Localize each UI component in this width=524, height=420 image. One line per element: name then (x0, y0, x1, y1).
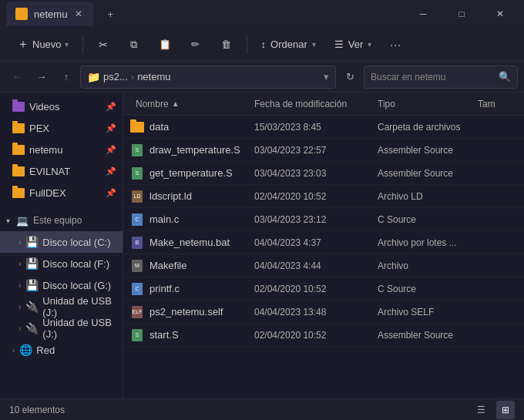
table-row[interactable]: BMake_netemu.bat04/04/2023 4:37Archivo p… (123, 231, 524, 254)
sidebar-item-usb-j2[interactable]: › 🔌 Unidad de USB (J:) (0, 318, 123, 339)
table-row[interactable]: data15/03/2023 8:45Carpeta de archivos (123, 116, 524, 139)
sidebar-item-disco-g[interactable]: › 💾 Disco local (G:) (0, 274, 123, 296)
drive-icon: 💾 (25, 257, 38, 270)
toolbar: ＋ Nuevo ▾ ✂ ⧉ 📋 ✏ 🗑 ↕ Ordenar ▾ ☰ Ver ▾ … (0, 28, 524, 62)
delete-button[interactable]: 🗑 (213, 34, 240, 55)
file-date: 02/04/2020 10:52 (254, 191, 378, 202)
search-icon: 🔍 (499, 71, 511, 82)
asm-file-icon: S (132, 144, 143, 156)
table-row[interactable]: ELFps2_netemu.self04/04/2023 13:48Archiv… (123, 301, 524, 324)
collapse-chevron-icon: ▾ (6, 217, 10, 225)
cut-icon: ✂ (97, 39, 109, 51)
sidebar-item-label: Red (36, 344, 55, 356)
sidebar-item-usb-j1[interactable]: › 🔌 Unidad de USB (J:) (0, 296, 123, 318)
sidebar-item-pex[interactable]: PEX 📌 (0, 117, 123, 139)
close-btn[interactable]: ✕ (482, 2, 518, 26)
up-icon: ↑ (64, 71, 69, 82)
sidebar-item-label: Unidad de USB (J:) (42, 317, 116, 340)
view-chevron-icon: ▾ (368, 40, 371, 49)
table-row[interactable]: Sget_temperature.S03/04/2023 23:03Assemb… (123, 162, 524, 185)
sidebar-item-videos[interactable]: Videos 📌 (0, 96, 123, 117)
file-type: Assembler Source (378, 168, 478, 179)
sidebar-item-label: Disco local (F:) (42, 258, 109, 270)
search-box[interactable]: Buscar en netemu 🔍 (364, 66, 518, 89)
col-sort-icon: ▲ (172, 99, 180, 108)
file-name: Makefile (149, 260, 254, 271)
sidebar-item-red[interactable]: › 🌐 Red (0, 339, 123, 361)
toolbar-separator-2 (247, 35, 247, 54)
sidebar-item-evilnat[interactable]: EVILNAT 📌 (0, 160, 123, 182)
copy-button[interactable]: ⧉ (120, 34, 148, 55)
ld-file-icon: LD (132, 190, 143, 203)
file-name: main.c (149, 213, 254, 225)
folder-icon (12, 188, 25, 198)
col-date-header[interactable]: Fecha de modificación (254, 99, 378, 109)
sidebar-item-disco-f[interactable]: › 💾 Disco local (F:) (0, 253, 123, 274)
file-icon: C (129, 283, 145, 295)
new-chevron-icon: ▾ (65, 40, 69, 49)
refresh-icon: ↻ (346, 71, 354, 82)
table-row[interactable]: LDldscript.ld02/04/2020 10:52Archivo LD (123, 185, 524, 208)
back-button[interactable]: ← (6, 66, 28, 88)
chevron-icon: › (18, 324, 21, 333)
sort-button[interactable]: ↕ Ordenar ▾ (254, 34, 324, 55)
mk-file-icon: M (132, 260, 143, 272)
file-type: Archivo LD (378, 191, 478, 202)
file-date: 04/04/2023 4:37 (254, 237, 378, 248)
tab-label: netemu (34, 8, 67, 20)
refresh-button[interactable]: ↻ (339, 66, 361, 88)
folder-purple-icon (12, 102, 25, 112)
active-tab[interactable]: netemu ✕ (6, 2, 93, 26)
chevron-icon: › (18, 238, 21, 247)
minimize-btn[interactable]: ─ (405, 2, 441, 26)
table-row[interactable]: Cmain.c03/04/2023 23:12C Source (123, 208, 524, 231)
col-type-label: Tipo (378, 99, 395, 109)
col-size-label: Tam (478, 99, 495, 109)
col-name-header[interactable]: Nombre ▲ (129, 99, 254, 109)
folder-icon (12, 145, 25, 155)
cut-button[interactable]: ✂ (89, 34, 117, 55)
up-button[interactable]: ↑ (55, 66, 77, 88)
tile-view-btn[interactable]: ⊞ (496, 401, 515, 419)
folder-icon (12, 166, 25, 176)
sidebar-item-label: FullDEX (29, 187, 66, 199)
sidebar-item-disco-c[interactable]: › 💾 Disco local (C:) (0, 231, 123, 253)
paste-button[interactable]: 📋 (151, 34, 179, 55)
sidebar-item-label: Disco local (C:) (42, 237, 110, 248)
rename-button[interactable]: ✏ (182, 34, 210, 55)
folder-icon (130, 122, 144, 133)
file-name: get_temperature.S (149, 167, 254, 179)
col-type-header[interactable]: Tipo (378, 99, 478, 109)
add-tab-btn[interactable]: + (99, 3, 121, 25)
sidebar-item-label: netemu (29, 144, 62, 156)
address-bar: ← → ↑ 📁 ps2... › netemu ▾ ↻ Buscar en ne… (0, 62, 524, 92)
copy-icon: ⧉ (128, 39, 140, 51)
new-button[interactable]: ＋ Nuevo ▾ (9, 32, 76, 57)
file-panel: Nombre ▲ Fecha de modificación Tipo Tam … (123, 92, 524, 398)
file-type: Carpeta de archivos (378, 122, 478, 133)
chevron-icon: › (18, 303, 21, 311)
sidebar-item-fulldex[interactable]: FullDEX 📌 (0, 182, 123, 203)
address-path[interactable]: 📁 ps2... › netemu ▾ (80, 66, 336, 89)
file-name: printf.c (149, 283, 254, 294)
table-row[interactable]: Sdraw_temperature.S03/04/2023 22:57Assem… (123, 139, 524, 162)
path-part1: ps2... (103, 71, 128, 82)
view-label: Ver (348, 39, 364, 50)
col-size-header[interactable]: Tam (478, 99, 524, 109)
maximize-btn[interactable]: □ (444, 2, 479, 26)
table-row[interactable]: Sstart.S02/04/2020 10:52Assembler Source (123, 324, 524, 347)
pin-icon: 📌 (106, 102, 116, 112)
path-separator-icon: › (131, 71, 134, 82)
view-button[interactable]: ☰ Ver ▾ (327, 34, 380, 55)
c-file-icon: C (132, 283, 143, 295)
bat-file-icon: B (132, 237, 143, 249)
table-row[interactable]: Cprintf.c02/04/2020 10:52C Source (123, 277, 524, 301)
forward-button[interactable]: → (31, 66, 52, 88)
file-date: 02/04/2020 10:52 (254, 330, 378, 341)
sidebar-item-netemu[interactable]: netemu 📌 (0, 139, 123, 160)
pin-icon: 📌 (106, 188, 116, 198)
tab-close-btn[interactable]: ✕ (73, 7, 84, 21)
more-button[interactable]: ··· (382, 34, 409, 55)
detail-view-btn[interactable]: ☰ (472, 401, 490, 419)
table-row[interactable]: MMakefile04/04/2023 4:44Archivo (123, 254, 524, 277)
